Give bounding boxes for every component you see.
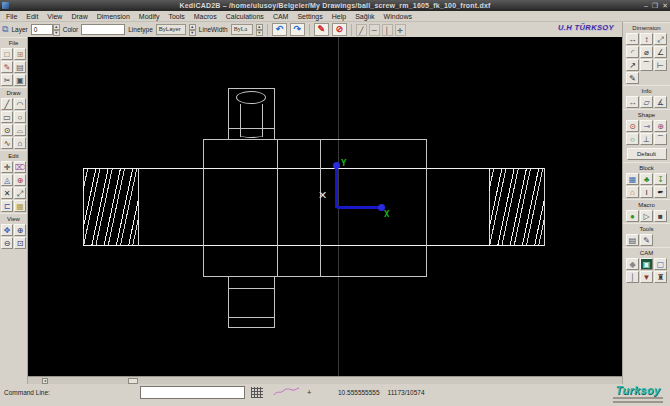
menu-dimension[interactable]: Dimension [97,13,130,20]
menu-file[interactable]: File [6,13,17,20]
block-text-icon[interactable]: I [640,186,653,198]
scale-icon[interactable]: ⤢ [14,187,26,199]
menu-modify[interactable]: Modify [139,13,160,20]
undo-button[interactable]: ↶ [272,23,287,36]
cam-machine-icon[interactable]: ♜ [654,271,667,283]
menu-view[interactable]: View [47,13,62,20]
tools-editor-icon[interactable]: ✎ [640,234,653,246]
erase-icon[interactable]: ⌦ [14,161,26,173]
menu-cam[interactable]: CAM [273,13,289,20]
shape-perpendicular-icon[interactable]: ⊥ [640,133,653,145]
center-snap-icon[interactable]: ⊕ [14,174,26,186]
cam-tool-icon[interactable]: ⌡ [626,271,639,283]
dim-angle-icon[interactable]: ∠ [654,46,667,58]
drawing-canvas[interactable]: Y X ✕ [28,37,622,376]
linetype-spinner[interactable]: ▲▼ [189,24,196,35]
menu-draw[interactable]: Draw [71,13,87,20]
macro-stop-icon[interactable]: ■ [654,210,667,222]
block-pen-icon[interactable]: ✒ [654,186,667,198]
horizontal-scrollbar[interactable]: ◂ [28,376,622,384]
menu-sağlık[interactable]: Sağlık [355,13,374,20]
default-button[interactable]: Default [627,148,667,160]
new-file-icon[interactable]: □ [1,48,13,60]
menu-settings[interactable]: Settings [297,13,322,20]
ellipse-icon[interactable]: ⌓ [14,124,26,136]
open-folder-icon[interactable]: ⊞ [14,48,26,60]
dim-radius-icon[interactable]: ◜ [626,46,639,58]
cam-part-icon[interactable]: ◆ [626,258,639,270]
circle-icon[interactable]: ○ [14,111,26,123]
cam-screen-icon[interactable]: ▣ [640,258,653,270]
block-tree-icon[interactable]: ♣ [640,173,653,185]
line-style-dash-icon[interactable]: ─ [369,24,380,36]
command-line-input[interactable] [140,386,245,399]
cam-drill-icon[interactable]: ▼ [640,271,653,283]
zoom-out-icon[interactable]: ⊖ [1,237,13,249]
macro-play-icon[interactable]: ▷ [640,210,653,222]
dim-edit-icon[interactable]: ✎ [626,72,639,84]
block-insert-icon[interactable]: ▦ [626,173,639,185]
linewidth-dropdown[interactable]: ByLa [231,24,253,35]
linetype-dropdown[interactable]: ByLayer [156,24,186,35]
menu-macros[interactable]: Macros [194,13,217,20]
shape-target-icon[interactable]: ⊕ [654,120,667,132]
zoom-window-icon[interactable]: ⊡ [14,237,26,249]
printer-icon[interactable]: ▤ [14,61,26,73]
redo-button[interactable]: ↷ [290,23,305,36]
maximize-button[interactable]: ❐ [652,2,658,10]
dim-arc-icon[interactable]: ⌒ [640,59,653,71]
menu-calculations[interactable]: Calculations [226,13,264,20]
tools-table-icon[interactable]: ▤ [626,234,639,246]
save-icon[interactable]: ▣ [14,74,26,86]
info-distance-icon[interactable]: ↔ [626,96,639,108]
layer-spinbox[interactable]: 0 ▲▼ [31,24,60,35]
circle-center-icon[interactable]: ⊙ [1,124,13,136]
cut-icon[interactable]: ✂ [1,74,13,86]
menu-help[interactable]: Help [332,13,346,20]
shape-point-icon[interactable]: ⊙ [626,120,639,132]
move-icon[interactable]: ✛ [1,161,13,173]
polygon-icon[interactable]: ⌂ [14,137,26,149]
info-area-icon[interactable]: ▱ [640,96,653,108]
spline-icon[interactable]: ∿ [1,137,13,149]
rotate-icon[interactable]: ◬ [1,174,13,186]
dim-leader-icon[interactable]: ↗ [626,59,639,71]
array-icon[interactable]: ▦ [14,200,26,212]
pan-icon[interactable]: ✥ [1,224,13,236]
rectangle-icon[interactable]: ▭ [1,111,13,123]
shape-circle-icon[interactable]: ○ [626,133,639,145]
line-style-bar-icon[interactable]: │ [382,24,393,36]
grid-snap-icon[interactable] [251,387,263,398]
arc-icon[interactable]: ◠ [14,98,26,110]
sketch-pencil-button[interactable]: ✎ [314,23,329,36]
shape-tangent-icon[interactable]: ⌒ [654,133,667,145]
info-angle-icon[interactable]: ∡ [654,96,667,108]
menu-edit[interactable]: Edit [26,13,38,20]
block-import-icon[interactable]: ↧ [654,173,667,185]
block-home-icon[interactable]: ⌂ [626,186,639,198]
menu-tools[interactable]: Tools [168,13,184,20]
line-style-point-icon[interactable]: ✛ [395,24,406,36]
dim-diameter-icon[interactable]: ⌀ [640,46,653,58]
cam-select-icon[interactable]: ▢ [654,258,667,270]
line-style-diagonal-icon[interactable]: ╱ [356,24,367,36]
dim-aligned-icon[interactable]: ⤢ [654,33,667,45]
close-button[interactable]: ✕ [662,2,668,10]
line-icon[interactable]: ╱ [1,98,13,110]
dim-vertical-icon[interactable]: ↕ [640,33,653,45]
cancel-button[interactable]: ⊘ [332,23,347,36]
pencil-icon[interactable]: ✎ [1,61,13,73]
layer-value[interactable]: 0 [31,24,53,35]
color-swatch[interactable] [81,24,125,35]
layer-spinner[interactable]: ▲▼ [53,24,60,35]
zoom-in-icon[interactable]: ⊕ [14,224,26,236]
dim-horizontal-icon[interactable]: ↔ [626,33,639,45]
minimize-button[interactable]: – [644,2,648,9]
menu-windows[interactable]: Windows [384,13,412,20]
offset-icon[interactable]: ⊏ [1,200,13,212]
macro-record-icon[interactable]: ● [626,210,639,222]
shape-node-icon[interactable]: ⊸ [640,120,653,132]
linewidth-spinner[interactable]: ▲▼ [256,24,263,35]
mirror-icon[interactable]: ✕ [1,187,13,199]
dim-ordinate-icon[interactable]: ⊢ [654,59,667,71]
